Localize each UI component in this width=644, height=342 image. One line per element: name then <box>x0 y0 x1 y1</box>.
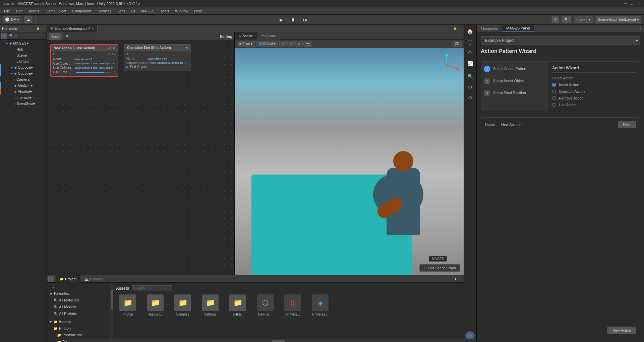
scene-view-canvas[interactable]: < Persp MAGES ⊞ Edit SceneGraph <box>235 48 464 275</box>
back-button[interactable]: Back <box>49 33 62 40</box>
h-item-medicine[interactable]: ◆ Medicin● <box>0 82 47 88</box>
menu-window[interactable]: Window <box>172 8 191 14</box>
next-button[interactable]: Next <box>618 121 636 128</box>
rtb-analytics[interactable]: 📈 <box>465 58 475 68</box>
menu-help[interactable]: Help <box>191 8 204 14</box>
edit-scenegraph-button[interactable]: ⊞ Edit SceneGraph <box>419 264 460 272</box>
global-btn[interactable]: 🌐 Global ▾ <box>256 41 278 47</box>
menu-mages[interactable]: MAGES <box>138 8 157 14</box>
menu-services[interactable]: Services <box>95 8 114 14</box>
2d-btn[interactable]: 2D <box>453 41 462 47</box>
tab-lock-btn[interactable]: 🔒 <box>453 26 457 30</box>
menu-jobs[interactable]: Jobs <box>115 8 128 14</box>
endobjs-expand[interactable]: ▶ <box>126 65 129 69</box>
gizmos-btn[interactable]: ⊕ <box>295 41 303 47</box>
tab-game[interactable]: 🎮 Game <box>257 32 280 40</box>
cloud-button[interactable]: ☁ <box>24 16 33 23</box>
node-pin-btn[interactable]: 📌 <box>108 47 111 50</box>
bottom-scrollbar[interactable] <box>67 339 464 342</box>
radio-insert-action[interactable]: Insert Action <box>552 83 636 87</box>
asset-resources[interactable]: 📁 Resourc... <box>143 294 167 316</box>
project-select[interactable]: Example Project <box>481 36 640 45</box>
camera-settings-btn[interactable]: 📷 <box>303 41 312 47</box>
asset-textme[interactable]: 📁 TextMe... <box>226 294 249 316</box>
scrollbar-thumb[interactable] <box>111 289 113 310</box>
bottom-scrollbar-thumb[interactable] <box>272 340 285 342</box>
sidebar-all-materials[interactable]: 🔍 All Materials <box>47 297 110 303</box>
time-slider[interactable] <box>76 72 111 73</box>
new-action-button[interactable]: New Action <box>607 327 636 334</box>
menu-assets[interactable]: Assets <box>26 8 42 14</box>
expand-icon[interactable]: ⋮ <box>458 277 462 281</box>
da-button[interactable]: ⚪ DA ▾ <box>3 16 21 23</box>
menu-component[interactable]: Component <box>69 8 94 14</box>
bottom-add-btn[interactable]: + <box>48 276 54 282</box>
h-item-scene[interactable]: ○ Scene <box>0 52 47 58</box>
wireframe-btn[interactable]: ⊟ <box>287 41 295 47</box>
radio-use-action[interactable]: Use Action <box>552 103 636 107</box>
minimize-button[interactable]: ─ <box>623 1 628 6</box>
sidebar-all-prefabs[interactable]: 🔍 All Prefabs <box>47 310 110 317</box>
node-canvas[interactable]: New Action 3 (Use Action) 📌 ✕ In Out ● <box>47 41 234 275</box>
search-button[interactable]: 🔍 <box>562 16 571 23</box>
collapse-icon[interactable]: ⬆ <box>454 277 457 281</box>
pause-button[interactable]: ⏸ <box>288 16 298 23</box>
rtb-connect[interactable]: ⊙ <box>465 48 475 58</box>
hierarchy-add-btn[interactable]: + <box>1 33 7 39</box>
view-more-btn[interactable]: ⋮ <box>456 34 464 38</box>
asset-photon[interactable]: 📁 Photon <box>116 294 139 316</box>
sidebar-all-models[interactable]: 🔍 All Models <box>47 303 110 310</box>
node-card-end-action[interactable]: Operation End (End Action) ✕ ● Name Oper… <box>124 44 191 71</box>
h-item-hub[interactable]: ○ Hub <box>0 46 47 52</box>
maximize-button[interactable]: □ <box>630 1 635 6</box>
prefab-link[interactable]: ⊙ <box>184 61 187 64</box>
menu-edit[interactable]: Edit <box>13 8 25 14</box>
menu-tools[interactable]: Tools <box>158 8 172 14</box>
hierarchy-lock[interactable]: 🔒 <box>36 26 40 30</box>
play-button[interactable]: ▶ <box>277 16 286 23</box>
useobj-btn[interactable]: ● <box>113 62 114 65</box>
tab-more-btn[interactable]: ⋮ <box>458 26 462 30</box>
h-item-camera[interactable]: ○ Camera <box>0 76 47 82</box>
asset-universa[interactable]: ◈ Universa... <box>308 294 332 316</box>
collider-btn[interactable]: ● <box>114 66 116 69</box>
asset-samples[interactable]: 📁 Samples <box>171 294 194 316</box>
menu-file[interactable]: File <box>1 8 13 14</box>
h-item-eventsystem[interactable]: ○ EventSyst● <box>0 100 47 107</box>
example-scenegraph-tab[interactable]: ⊞ ExampleScenegraph* ✕ <box>47 25 98 32</box>
node-card-use-action[interactable]: New Action 3 (Use Action) 📌 ✕ In Out ● <box>50 44 118 77</box>
step-button[interactable]: ⏭ <box>300 16 310 23</box>
h-item-cupboard2[interactable]: ▶ ◆ Cupboa● <box>0 70 47 76</box>
menu-ci[interactable]: CI <box>129 8 138 14</box>
rtb-search[interactable]: 🔍 <box>465 71 475 81</box>
tab-console[interactable]: 💻 Console <box>80 275 107 283</box>
assets-arrow-btn[interactable]: ▾ <box>53 285 54 289</box>
radio-question-action[interactable]: Question Action <box>552 89 636 93</box>
sidebar-photon-chat[interactable]: 📁 PhotonChat <box>47 332 110 338</box>
tab-inspector[interactable]: ℹ Inspector <box>477 25 502 32</box>
node-close-btn[interactable]: ✕ <box>112 47 115 50</box>
tab-scene[interactable]: ⊞ Scene <box>235 32 257 40</box>
inspector-more-btn[interactable]: ⋮ <box>637 26 644 30</box>
rtb-settings1[interactable]: ⚙ <box>465 82 475 92</box>
grid-btn[interactable]: ⊞ <box>279 41 287 47</box>
graph-search[interactable]: 🔍 <box>64 33 91 40</box>
tab-project[interactable]: 📁 Project <box>56 275 80 283</box>
undo-button[interactable]: ↺ <box>551 16 559 23</box>
close-button[interactable]: ✕ <box>637 1 641 6</box>
node-close-btn-2[interactable]: ✕ <box>185 46 188 50</box>
h-item-interaction[interactable]: ○ Interacti● <box>0 94 47 100</box>
asset-unityde[interactable]: {} UnityDe... <box>281 294 304 316</box>
scenegraph-tab-close[interactable]: ✕ <box>91 27 94 30</box>
assets-add-btn[interactable]: + <box>49 285 51 289</box>
sidebar-assets-root[interactable]: ▶ 📁 Assets <box>47 318 110 325</box>
h-item-cupboard1[interactable]: ▶ ◆ Cupboa● <box>0 64 47 70</box>
rtb-home[interactable]: 🏠 <box>465 26 475 36</box>
sidebar-favorites[interactable]: ★ Favorites <box>47 290 110 297</box>
menu-gameobject[interactable]: GameObject <box>43 8 69 14</box>
tab-mages-panel[interactable]: MAGES Panel <box>502 25 534 32</box>
radio-remove-action[interactable]: Remove Action <box>552 96 636 100</box>
h-item-alcohol[interactable]: ◆ Alcohol● <box>0 88 47 94</box>
asset-settings[interactable]: 📁 Settings <box>198 294 222 316</box>
layout-button[interactable]: SceneGraphEditLayout ▾ <box>595 16 641 23</box>
